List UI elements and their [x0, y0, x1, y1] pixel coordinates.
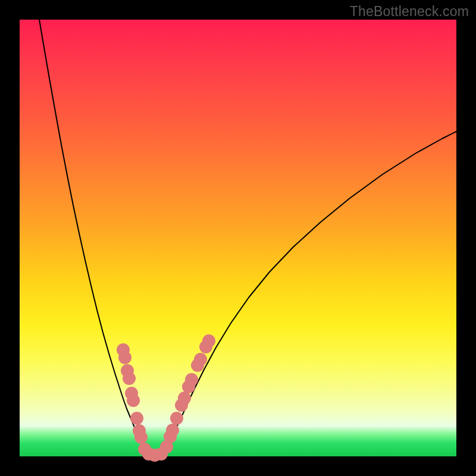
marker-dot	[202, 334, 215, 347]
chart-svg	[20, 20, 456, 456]
marker-dot	[194, 353, 207, 366]
outer-frame: TheBottleneck.com	[0, 0, 476, 476]
marker-dot	[170, 412, 183, 425]
watermark-text: TheBottleneck.com	[350, 4, 469, 20]
marker-dot	[130, 412, 143, 425]
marker-dot	[185, 373, 198, 386]
marker-dot	[178, 392, 191, 405]
marker-dot	[166, 424, 179, 437]
marker-dot	[134, 431, 148, 444]
marker-dot	[123, 372, 136, 385]
plot-area	[20, 20, 456, 456]
marker-dot	[118, 351, 131, 364]
marker-group	[117, 334, 215, 462]
marker-dot	[127, 394, 140, 407]
bottleneck-curve	[39, 20, 456, 455]
